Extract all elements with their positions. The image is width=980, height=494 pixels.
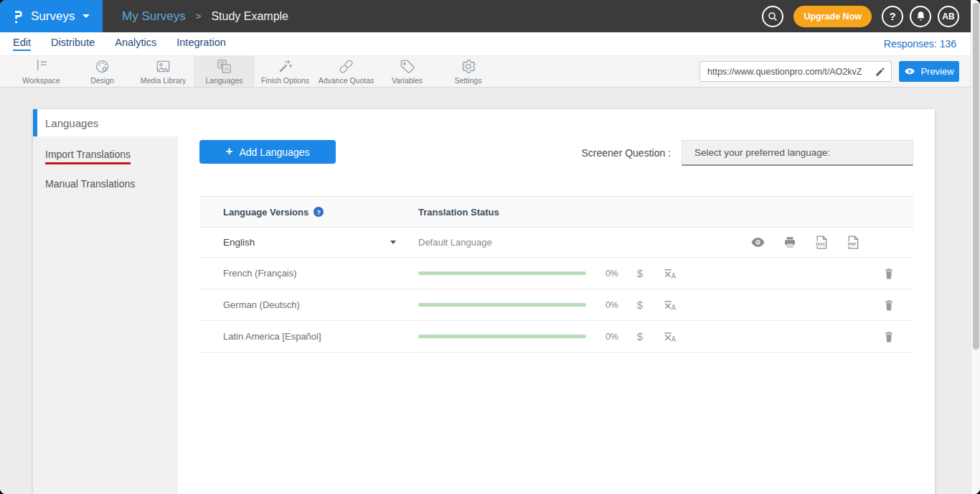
translate-button[interactable]: A xyxy=(662,266,677,281)
settings-icon xyxy=(460,58,476,75)
languages-table: Language Versions ? Translation Status E… xyxy=(199,196,913,353)
translate-button[interactable]: A xyxy=(662,330,677,344)
table-row-default: English Default Language DOC PDF xyxy=(199,228,913,258)
svg-text:PDF: PDF xyxy=(848,242,857,246)
survey-url-input[interactable] xyxy=(700,67,870,77)
sidebar-item-import-translations[interactable]: Import Translations xyxy=(33,141,178,171)
dollar-icon[interactable]: $ xyxy=(636,267,644,279)
trash-icon[interactable] xyxy=(883,299,895,312)
preview-button[interactable]: Preview xyxy=(899,61,959,82)
progress-bar xyxy=(418,271,586,275)
col-language-versions: Language Versions xyxy=(223,207,308,218)
media-library-icon xyxy=(155,58,171,75)
default-language-name: English xyxy=(223,237,255,248)
printer-icon[interactable] xyxy=(783,236,797,249)
notifications-button[interactable] xyxy=(910,6,931,27)
sidebar-item-manual-translations[interactable]: Manual Translations xyxy=(33,171,178,196)
add-languages-label: Add Languages xyxy=(239,146,309,158)
toolbar: Workspace Design Media Library A Languag… xyxy=(0,56,971,88)
finish-options-icon xyxy=(277,58,293,75)
breadcrumb: My Surveys > Study Example xyxy=(122,9,288,24)
dropdown-caret-icon[interactable] xyxy=(390,241,396,244)
row-actions xyxy=(883,267,913,280)
survey-url-box xyxy=(699,61,892,82)
table-row-language: French (Français) 0% $ A xyxy=(199,258,913,289)
svg-text:A: A xyxy=(671,335,676,343)
trash-icon[interactable] xyxy=(883,330,895,343)
help-button[interactable]: ? xyxy=(882,6,903,27)
tab-edit[interactable]: Edit xyxy=(13,37,31,51)
panel-title: Languages xyxy=(45,117,98,129)
topbar: Surveys My Surveys > Study Example Upgra… xyxy=(0,0,971,32)
help-circle-icon[interactable]: ? xyxy=(314,207,324,217)
avatar-initials: AB xyxy=(942,11,954,22)
language-name: French (Français) xyxy=(223,268,297,279)
responses-count[interactable]: Responses: 136 xyxy=(884,38,956,50)
screen: Surveys My Surveys > Study Example Upgra… xyxy=(0,0,980,494)
toolbar-right: Preview xyxy=(699,56,971,87)
panel-content: + Add Languages Screener Question : Sele… xyxy=(178,136,935,494)
toolbar-item-languages[interactable]: A Languages xyxy=(194,56,255,87)
screener-question-label: Screener Question : xyxy=(581,147,671,159)
chevron-down-icon xyxy=(83,14,90,18)
trash-icon[interactable] xyxy=(883,267,895,280)
search-button[interactable] xyxy=(762,6,783,27)
add-languages-button[interactable]: + Add Languages xyxy=(199,140,336,164)
svg-text:A: A xyxy=(671,304,676,312)
screener-question-select[interactable]: Select your preferred language: xyxy=(682,140,913,166)
languages-icon: A xyxy=(216,58,232,75)
table-row-language: German (Deutsch) 0% $ A xyxy=(199,289,913,321)
edit-url-button[interactable] xyxy=(870,66,891,78)
toolbar-item-media-library[interactable]: Media Library xyxy=(133,56,194,87)
dollar-icon[interactable]: $ xyxy=(636,330,644,342)
svg-text:A: A xyxy=(225,65,229,73)
variables-icon xyxy=(399,58,415,75)
toolbar-item-design[interactable]: Design xyxy=(72,56,133,87)
default-language-status: Default Language xyxy=(418,237,492,248)
svg-text:A: A xyxy=(671,272,676,280)
page-scrollbar[interactable] xyxy=(971,0,980,494)
design-icon xyxy=(94,58,110,75)
col-translation-status: Translation Status xyxy=(418,207,499,218)
row-actions xyxy=(883,330,913,343)
toolbar-item-finish-options[interactable]: Finish Options xyxy=(255,56,316,87)
translate-icon: A xyxy=(662,330,677,344)
toolbar-item-variables[interactable]: Variables xyxy=(377,56,438,87)
scrollbar-thumb[interactable] xyxy=(973,3,979,350)
topbar-actions: Upgrade Now ? AB xyxy=(762,6,971,27)
row-actions xyxy=(883,299,913,312)
toolbar-item-settings[interactable]: Settings xyxy=(438,56,499,87)
eye-icon[interactable] xyxy=(750,237,765,248)
tab-distribute[interactable]: Distribute xyxy=(51,37,95,51)
progress-bar xyxy=(418,335,586,338)
search-icon xyxy=(767,11,778,22)
upgrade-now-button[interactable]: Upgrade Now xyxy=(793,6,872,27)
panel-sidebar: Import Translations Manual Translations xyxy=(33,136,178,494)
screener-question: Screener Question : Select your preferre… xyxy=(581,140,913,166)
translate-button[interactable]: A xyxy=(662,298,677,312)
pdf-file-icon[interactable]: PDF xyxy=(846,235,860,250)
preview-label: Preview xyxy=(920,66,953,77)
help-icon: ? xyxy=(889,10,895,22)
questionpro-logo-icon xyxy=(12,9,24,24)
dollar-icon[interactable]: $ xyxy=(636,299,644,311)
workspace-icon xyxy=(33,58,50,75)
screener-question-value: Select your preferred language: xyxy=(694,147,830,158)
breadcrumb-separator-icon: > xyxy=(196,11,202,22)
panel-header: Languages xyxy=(33,109,935,136)
avatar[interactable]: AB xyxy=(938,6,959,27)
progress-percent: 0% xyxy=(594,300,618,310)
toolbar-item-workspace[interactable]: Workspace xyxy=(11,56,72,87)
breadcrumb-my-surveys[interactable]: My Surveys xyxy=(122,9,186,24)
product-menu[interactable]: Surveys xyxy=(0,0,103,32)
bell-icon xyxy=(915,10,927,22)
toolbar-item-advance-quotas[interactable]: Advance Quotas xyxy=(316,56,377,87)
tab-integration[interactable]: Integration xyxy=(176,37,226,51)
plus-icon: + xyxy=(225,144,232,159)
doc-file-icon[interactable]: DOC xyxy=(814,235,829,250)
languages-panel: Languages Import Translations Manual Tra… xyxy=(33,109,935,494)
progress-percent: 0% xyxy=(594,332,618,342)
translate-icon: A xyxy=(662,298,677,312)
eye-icon xyxy=(904,67,915,76)
tab-analytics[interactable]: Analytics xyxy=(115,37,156,51)
